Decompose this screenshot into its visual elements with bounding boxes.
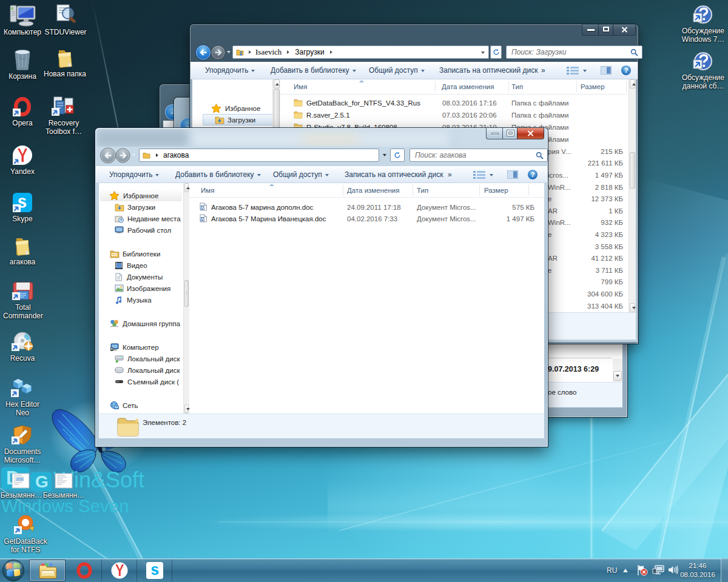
svg-text:W: W	[201, 206, 205, 210]
svg-text:W: W	[201, 217, 205, 221]
